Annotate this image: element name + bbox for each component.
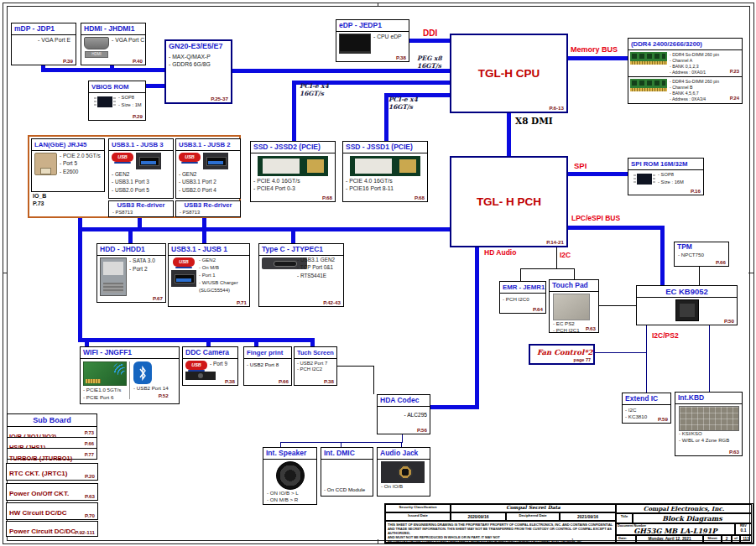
spec-line: - GEN2 (112, 171, 170, 178)
block-title: Touch Pad (550, 280, 598, 292)
spec-line: - BANK 4,5,6,7 (670, 91, 719, 96)
wire-ec-to-extendic (646, 325, 647, 393)
spec-line: - USB3.1 GEN2 (297, 257, 335, 263)
m2-ssd-image (350, 156, 420, 176)
block-extend-ic: Extend IC - I2C - KC3810 P.59 (622, 393, 671, 424)
zone-tick-top (378, 3, 378, 7)
page-ref: P.29 (133, 113, 143, 119)
spec-line: - Channel B (670, 85, 719, 90)
usb-logo-text: USB (117, 154, 128, 160)
subboard-header: Sub Board (7, 413, 97, 427)
block-title: DDC Camera (183, 347, 237, 359)
page-ref: P.14-21 (546, 239, 564, 245)
spec-line: - KSI/KSO (679, 431, 738, 438)
bus-jusb3-stub (138, 217, 142, 227)
page-ref: P.64 (533, 306, 543, 312)
label-peg: PEG x8 16GT/s (417, 55, 442, 70)
rj45-connector-image (34, 153, 57, 175)
block-hw-dcdc: HW Circuit DC/DC P.70 (6, 502, 98, 520)
speaker-image (276, 461, 305, 490)
page-ref: P.68 (414, 195, 425, 200)
usb-port-image (203, 153, 228, 169)
spec-line: - Address : 0XA0/1 (670, 70, 719, 75)
wire-fan-to-ec (595, 352, 646, 353)
dimm-module-image (630, 52, 667, 65)
label-pcie4-b: PCI-e x4 16GT/s (388, 96, 418, 112)
block-title: Tuch Screen (295, 347, 336, 359)
sheet-label: Sheet (703, 535, 722, 543)
spec-line: - CPU eDP (373, 34, 402, 41)
hdmi-logo: HDMI (85, 51, 108, 58)
block-ssd1: SSD - JSSD1 (PCIE) - PCIE 4.0 16GT/s - P… (342, 141, 428, 202)
page-ref: P.66 (279, 378, 289, 384)
page-ref: P.50 (724, 318, 734, 324)
block-hdd: HDD - JHDD1 - SATA 3.0 - Port 2 P.67 (96, 243, 166, 303)
block-title: Int. Speaker (263, 448, 316, 460)
block-vbios-rom: VBIOS ROM - SOP8 - Size : 1M P.29 (88, 81, 146, 121)
wire-emr-stub (520, 268, 521, 281)
spec-line: - Channel A (670, 58, 719, 63)
rev-value: 0.1 (736, 528, 751, 533)
spec-line: - GEN2 (199, 257, 238, 264)
of-label: of (732, 535, 740, 543)
block-fan-control: Fan Control*2 page 77 (529, 344, 595, 365)
block-touch-screen: Tuch Screen - USB2 Port 7 - PCH I2C2 P.3… (294, 346, 337, 386)
wire-i2c-v (556, 247, 557, 268)
spec-line: - NPCT750 (675, 252, 728, 257)
block-wifi: WIFI - JNGFF1 - PCIE1.0 5GT/s - PCIE Por… (80, 346, 180, 404)
page-ref: P.77 (85, 452, 94, 457)
wire-touchscreen-out-h (337, 366, 373, 367)
wifi-signal-icon (113, 363, 125, 375)
block-spi-rom: SPI ROM 16M/32M - SOP8 - Size : 16M P.16 (628, 158, 704, 195)
block-cpu: TGL-H CPU P.6-13 (450, 34, 568, 113)
spec-line: - PCIE 4.0 16GT/s (346, 178, 425, 185)
spec-line: - USB3.1 Port 2 (179, 179, 237, 185)
page-ref: P.63 (729, 449, 739, 455)
usb-logo-text: USB (179, 259, 189, 265)
dimm-module-image (630, 79, 667, 91)
spec-line: - VGA Port C (112, 37, 144, 44)
spec-line: - GEN2 (179, 171, 237, 178)
issued-date-label: Issued Date (385, 512, 451, 521)
bus-touchscreen-stub (310, 338, 315, 346)
bus-edp-ddi (409, 39, 450, 43)
block-pch: TGL- H PCH P.14-21 (450, 156, 568, 247)
document-title: Block Diagrams (633, 513, 752, 523)
spec-line: - PCIE 4.0 16GT/s (253, 178, 332, 185)
block-title: Int. DMIC (321, 448, 373, 460)
wire-hda-down (402, 434, 403, 442)
block-title: USB3.1 - JUSB 1 (169, 244, 249, 256)
label-hd-audio: HD Audio (484, 248, 516, 257)
bus-lpc-v (660, 226, 665, 285)
spec-line: - BANK 0,1,2,3 (670, 64, 719, 69)
wire-ec-to-kbd (709, 325, 710, 392)
bus-hdaudio-h (430, 405, 479, 409)
label-i2c-ps2: I2C/PS2 (652, 331, 679, 340)
block-title: HDD - JHDD1 (97, 244, 165, 256)
usb-logo-icon: USB (185, 361, 207, 370)
block-typec: Type C - JTYPEC1 - USB3.1 GEN2 - TCP Por… (258, 243, 344, 307)
wire-tpm-to-ec (699, 267, 700, 285)
hdd-drive-image (100, 257, 127, 296)
block-title: HDA Codec (378, 395, 430, 407)
m2-ssd-image (258, 156, 328, 176)
spec-line: (SLGC55544) (199, 288, 238, 294)
spec-line: - E2600 (60, 169, 101, 175)
page-ref: P.38 (225, 378, 235, 384)
usb-logo-text: USB (191, 362, 201, 368)
block-title: USB3.1 - JUSB 3 (109, 139, 173, 151)
block-int-dmic: Int. DMIC - On CCD Module (321, 447, 373, 497)
page-ref: P.73 (85, 430, 94, 435)
spec-line: - USB2 Port 8 (244, 359, 291, 370)
block-title: SPI ROM 16M/32M (628, 159, 703, 170)
block-title: USB3 Re-driver (109, 201, 173, 210)
wifi-module-image (83, 361, 127, 386)
spec-line: - USB2.0 Port 4 (179, 187, 237, 194)
bluetooth-rune (138, 366, 147, 381)
block-title: Type C - JTYPEC1 (259, 244, 343, 256)
legal-line: BE USED BY OR DISCLOSED TO ANY THIRD PAR… (388, 539, 613, 543)
spec-line: - On IO/B (381, 483, 426, 490)
spec-line: - PCIE4 Port 0-3 (253, 185, 332, 193)
page-ref: P.63 (85, 493, 95, 499)
schematic-sheet: 1 DDI PEG x8 16GT/s PCI-e x4 16GT/s PCI-… (0, 0, 756, 546)
